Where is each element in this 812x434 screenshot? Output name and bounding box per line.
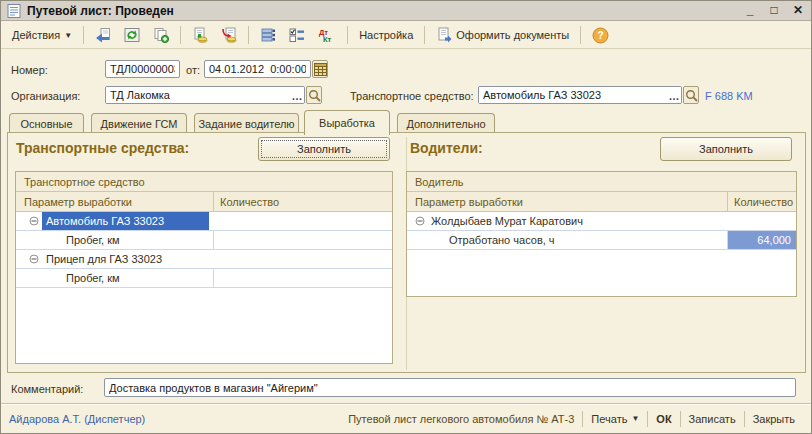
column-header[interactable]: Параметр выработки bbox=[407, 192, 728, 211]
vehicle-label: Транспортное средство: bbox=[350, 90, 474, 102]
unpost-button[interactable] bbox=[216, 24, 242, 46]
vehicles-table[interactable]: Транспортное средство Параметр выработки… bbox=[15, 171, 393, 364]
organization-search-button[interactable] bbox=[306, 86, 322, 104]
drivers-table[interactable]: Водитель Параметр выработки Количество Ж… bbox=[406, 171, 797, 297]
vehicles-table-caption: Транспортное средство bbox=[16, 172, 392, 192]
reread-button[interactable] bbox=[90, 24, 116, 46]
date-input[interactable] bbox=[204, 60, 311, 78]
tab-content-vyrabotka: Транспортные средства: Заполнить Транспо… bbox=[7, 132, 806, 373]
maximize-icon[interactable]: □ bbox=[767, 4, 781, 18]
posting-flags-icon bbox=[289, 27, 305, 43]
reread-icon bbox=[95, 27, 111, 43]
vehicles-table-header: Параметр выработки Количество bbox=[16, 192, 392, 212]
post-button[interactable] bbox=[187, 24, 213, 46]
posting-flags-button[interactable] bbox=[284, 24, 310, 46]
qty-cell[interactable] bbox=[214, 231, 392, 249]
license-plate-text: F 688 KM bbox=[705, 90, 753, 102]
waybill-window: Путевой лист: Проведен _ □ ✕ Действия▼ Д… bbox=[0, 0, 812, 434]
unpost-icon bbox=[221, 27, 237, 43]
dt-kt-button[interactable]: ДтКт bbox=[313, 24, 341, 46]
comment-input[interactable] bbox=[104, 378, 796, 397]
tab-vyrabotka[interactable]: Выработка bbox=[304, 110, 390, 135]
column-header[interactable]: Количество bbox=[728, 192, 796, 211]
organization-input[interactable] bbox=[106, 87, 290, 103]
print-button[interactable]: Печать▼ bbox=[583, 413, 647, 425]
save-button[interactable]: Записать bbox=[681, 413, 744, 425]
table-row[interactable]: Пробег, км bbox=[16, 269, 392, 288]
tab-dopolnitelno[interactable]: Дополнительно bbox=[397, 113, 495, 134]
search-icon bbox=[308, 89, 321, 102]
minimize-icon[interactable]: _ bbox=[743, 4, 757, 18]
copy-button[interactable] bbox=[148, 24, 174, 46]
table-row[interactable]: Жолдыбаев Мурат Каратович bbox=[407, 212, 796, 231]
document-type-text: Путевой лист легкового автомобиля № АТ-3 bbox=[348, 413, 574, 425]
ok-button[interactable]: ОК bbox=[648, 413, 679, 425]
toolbar-separator bbox=[347, 26, 348, 44]
collapse-icon[interactable] bbox=[415, 216, 425, 228]
tab-osnovnye[interactable]: Основные bbox=[9, 113, 84, 134]
toolbar-separator bbox=[248, 26, 249, 44]
column-header[interactable]: Количество bbox=[214, 192, 392, 211]
refresh-icon bbox=[124, 27, 140, 43]
qty-cell[interactable] bbox=[214, 269, 392, 287]
vehicle-input[interactable] bbox=[479, 87, 667, 103]
number-label: Номер: bbox=[11, 64, 48, 76]
user-link[interactable]: Айдарова А.Т. (Диспетчер) bbox=[9, 413, 145, 425]
collapse-icon[interactable] bbox=[29, 216, 39, 228]
drivers-table-header: Параметр выработки Количество bbox=[407, 192, 796, 212]
drivers-heading: Водители: bbox=[410, 140, 483, 156]
comment-label: Комментарий: bbox=[11, 383, 83, 395]
titlebar: Путевой лист: Проведен _ □ ✕ bbox=[1, 1, 811, 21]
table-row[interactable]: Отработано часов, ч 64,000 bbox=[407, 231, 796, 250]
ellipsis-button[interactable]: … bbox=[290, 87, 304, 103]
vehicles-fill-button[interactable]: Заполнить bbox=[258, 137, 390, 161]
dt-kt-icon: ДтКт bbox=[318, 27, 336, 43]
group-row-label: Прицеп для ГАЗ 33023 bbox=[46, 253, 162, 265]
chevron-down-icon: ▼ bbox=[64, 31, 72, 40]
collapse-icon[interactable] bbox=[29, 254, 39, 266]
settings-button[interactable]: Настройка bbox=[354, 24, 418, 46]
group-row-label: Жолдыбаев Мурат Каратович bbox=[431, 215, 583, 227]
refresh-button[interactable] bbox=[119, 24, 145, 46]
structure-button[interactable] bbox=[255, 24, 281, 46]
number-input[interactable] bbox=[105, 60, 180, 78]
tab-dvizhenie-gsm[interactable]: Движение ГСМ bbox=[91, 113, 187, 134]
chevron-down-icon: ▼ bbox=[631, 414, 639, 423]
organization-label: Организация: bbox=[11, 90, 80, 102]
vehicles-heading: Транспортные средства: bbox=[16, 140, 189, 156]
make-documents-button[interactable]: Оформить документы bbox=[431, 24, 574, 46]
param-cell[interactable]: Отработано часов, ч bbox=[407, 231, 728, 249]
statusbar: Айдарова А.Т. (Диспетчер) Путевой лист л… bbox=[1, 403, 811, 433]
toolbar: Действия▼ ДтКт Настройка Оформить докуме… bbox=[1, 22, 811, 49]
drivers-table-caption: Водитель bbox=[407, 172, 796, 192]
window-title: Путевой лист: Проведен bbox=[27, 4, 174, 18]
calendar-icon bbox=[314, 63, 327, 76]
make-docs-icon bbox=[436, 27, 452, 43]
search-icon bbox=[685, 89, 698, 102]
group-row-label: Автомобиль ГАЗ 33023 bbox=[46, 215, 164, 227]
toolbar-separator bbox=[580, 26, 581, 44]
svg-text:Кт: Кт bbox=[323, 35, 332, 43]
date-label: от: bbox=[186, 64, 200, 76]
column-header[interactable]: Параметр выработки bbox=[16, 192, 214, 211]
help-button[interactable]: ? bbox=[587, 24, 614, 46]
toolbar-separator bbox=[180, 26, 181, 44]
close-button[interactable]: Закрыть bbox=[745, 413, 803, 425]
actions-button[interactable]: Действия▼ bbox=[7, 24, 77, 46]
param-cell[interactable]: Пробег, км bbox=[16, 269, 214, 287]
table-row[interactable]: Пробег, км bbox=[16, 231, 392, 250]
table-row[interactable]: Автомобиль ГАЗ 33023 bbox=[16, 212, 392, 231]
close-icon[interactable]: ✕ bbox=[791, 4, 805, 18]
post-icon bbox=[192, 27, 208, 43]
table-row[interactable]: Прицеп для ГАЗ 33023 bbox=[16, 250, 392, 269]
svg-text:?: ? bbox=[598, 30, 604, 41]
tab-zadanie-voditelyu[interactable]: Задание водителю bbox=[194, 113, 299, 134]
copy-add-icon bbox=[153, 27, 169, 43]
ellipsis-button[interactable]: … bbox=[667, 87, 681, 103]
calendar-button[interactable] bbox=[312, 60, 328, 78]
document-icon bbox=[7, 4, 21, 18]
qty-cell-selected[interactable]: 64,000 bbox=[728, 231, 796, 249]
vehicle-search-button[interactable] bbox=[683, 86, 699, 104]
param-cell[interactable]: Пробег, км bbox=[16, 231, 214, 249]
drivers-fill-button[interactable]: Заполнить bbox=[660, 137, 792, 161]
